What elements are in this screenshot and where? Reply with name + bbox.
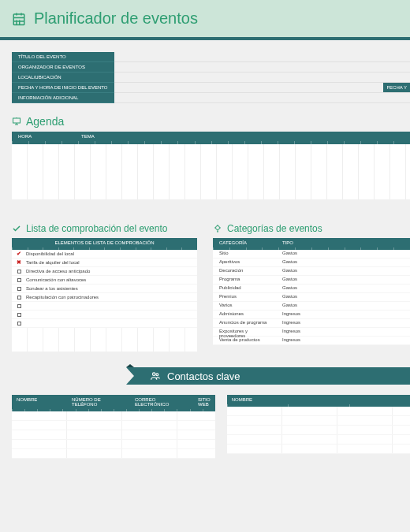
categories-col-category: CATEGORÍA bbox=[213, 238, 276, 247]
category-row[interactable]: VariosGastos bbox=[213, 302, 410, 311]
checkbox-icon[interactable]: ✔ bbox=[12, 251, 26, 257]
categories-section: Categorías de eventos CATEGORÍA TIPO Sit… bbox=[213, 211, 410, 352]
checklist-row[interactable]: Comunicación con altavoces bbox=[12, 276, 197, 285]
presentation-icon bbox=[12, 117, 21, 126]
checklist-tick-row bbox=[12, 247, 197, 250]
checklist-body: ✔Disponibilidad del local✖Tarifa de alqu… bbox=[12, 250, 197, 328]
checklist-row[interactable]: ✔Disponibilidad del local bbox=[12, 250, 197, 259]
checklist-item-text: Comunicación con altavoces bbox=[26, 277, 86, 282]
category-name: Publicidad bbox=[213, 285, 276, 292]
checklist-header: ELEMENTOS DE LISTA DE COMPROBACIÓN bbox=[12, 238, 197, 247]
category-row[interactable]: AperitivosGastos bbox=[213, 259, 410, 267]
agenda-table: HORA TEMA bbox=[12, 132, 410, 199]
contacts-tick-row bbox=[12, 409, 215, 411]
svg-rect-7 bbox=[13, 118, 20, 123]
category-row[interactable]: Anuncios de programaIngresos bbox=[213, 319, 410, 328]
info-label-location: LOCAL/UBICACIÓN bbox=[12, 73, 114, 83]
agenda-col-tema: TEMA bbox=[75, 132, 410, 141]
info-label-additional: INFORMACIÓN ADICIONAL bbox=[12, 93, 114, 103]
contacts-col-phone: NÚMERO DE TELÉFONO bbox=[67, 395, 130, 409]
category-row[interactable]: PremiosGastos bbox=[213, 293, 410, 302]
checklist-empty-area[interactable] bbox=[12, 328, 197, 352]
category-name: Varios bbox=[213, 302, 276, 310]
category-name: Venta de productos bbox=[213, 337, 276, 344]
category-row[interactable]: PublicidadGastos bbox=[213, 285, 410, 293]
agenda-tick-row bbox=[12, 141, 410, 144]
checklist-row[interactable]: Recapitulación con patrocinadores bbox=[12, 293, 197, 302]
category-row[interactable]: Expositores y proveedoresIngresos bbox=[213, 328, 410, 337]
category-type: Gastos bbox=[276, 250, 410, 258]
category-type: Gastos bbox=[276, 267, 410, 275]
contacts-body[interactable] bbox=[12, 411, 215, 459]
lightbulb-icon bbox=[213, 224, 222, 233]
info-label-organizer: ORGANIZADOR DE EVENTOS bbox=[12, 62, 114, 73]
agenda-body[interactable] bbox=[12, 144, 410, 199]
svg-point-18 bbox=[156, 374, 158, 376]
checklist-item-text: Sondear a los asistentes bbox=[26, 286, 78, 291]
category-row[interactable]: ProgramaGastos bbox=[213, 276, 410, 285]
category-type: Gastos bbox=[276, 302, 410, 310]
checklist-item-text: Tarifa de alquiler del local bbox=[26, 260, 80, 265]
category-type: Ingresos bbox=[276, 328, 410, 336]
checklist-row[interactable] bbox=[12, 311, 197, 319]
category-type: Gastos bbox=[276, 285, 410, 292]
info-label-datetime: FECHA Y HORA DE INICIO DEL EVENTO bbox=[12, 83, 114, 93]
contacts2-col-name: NOMBRE bbox=[227, 395, 410, 404]
people-icon bbox=[150, 370, 161, 381]
checklist-title: Lista de comprobación del evento bbox=[26, 223, 167, 234]
checkbox-icon[interactable] bbox=[12, 322, 26, 326]
info-value-datetime[interactable]: FECHA Y bbox=[114, 83, 410, 93]
checklist-row[interactable]: ✖Tarifa de alquiler del local bbox=[12, 259, 197, 267]
category-name: Anuncios de programa bbox=[213, 319, 276, 327]
svg-point-17 bbox=[153, 373, 156, 376]
category-name: Expositores y proveedores bbox=[213, 328, 276, 336]
checklist-item-text: Recapitulación con patrocinadores bbox=[26, 295, 99, 299]
category-row[interactable]: AdmisionesIngresos bbox=[213, 311, 410, 319]
checklist-item-text: Directiva de acceso anticipado bbox=[26, 269, 90, 273]
checkbox-icon[interactable]: ✖ bbox=[12, 259, 26, 266]
checkbox-icon[interactable] bbox=[12, 287, 26, 291]
contacts2-body[interactable] bbox=[227, 407, 410, 454]
checklist-row[interactable] bbox=[12, 302, 197, 311]
header-divider bbox=[0, 37, 410, 40]
checklist-row[interactable]: Directiva de acceso anticipado bbox=[12, 267, 197, 276]
contacts-header-row: NOMBRE NÚMERO DE TELÉFONO CORREO ELECTRÓ… bbox=[12, 395, 215, 409]
checkbox-icon[interactable] bbox=[12, 278, 26, 282]
checklist-item-text: Disponibilidad del local bbox=[26, 251, 74, 256]
info-extra-date-label: FECHA Y bbox=[383, 83, 410, 92]
checkbox-icon[interactable] bbox=[12, 270, 26, 273]
agenda-col-hora: HORA bbox=[12, 132, 75, 141]
category-type: Ingresos bbox=[276, 319, 410, 327]
info-value-organizer[interactable] bbox=[114, 62, 410, 73]
categories-header-row: CATEGORÍA TIPO bbox=[213, 238, 410, 247]
contacts-table-secondary: NOMBRE bbox=[227, 395, 410, 459]
checklist-section-header: Lista de comprobación del evento bbox=[12, 223, 197, 234]
categories-section-header: Categorías de eventos bbox=[213, 223, 410, 234]
category-row[interactable]: DecoraciónGastos bbox=[213, 267, 410, 276]
checkbox-icon[interactable] bbox=[12, 304, 26, 308]
info-value-title[interactable] bbox=[114, 52, 410, 62]
info-value-additional[interactable] bbox=[114, 93, 410, 103]
categories-col-type: TIPO bbox=[276, 238, 410, 247]
checkbox-icon[interactable] bbox=[12, 313, 26, 317]
contacts-col-website: SITIO WEB bbox=[193, 395, 215, 409]
agenda-header-row: HORA TEMA bbox=[12, 132, 410, 141]
checklist-row[interactable] bbox=[12, 319, 197, 328]
category-row[interactable]: Venta de productosIngresos bbox=[213, 337, 410, 345]
contacts2-tick-row bbox=[227, 404, 410, 407]
check-icon bbox=[12, 224, 21, 233]
category-row[interactable]: SitioGastos bbox=[213, 250, 410, 259]
info-value-location[interactable] bbox=[114, 73, 410, 83]
page-title: Planificador de eventos bbox=[34, 9, 198, 28]
contacts-ribbon: Contactos clave bbox=[134, 367, 410, 385]
contacts2-header-row: NOMBRE bbox=[227, 395, 410, 404]
category-type: Gastos bbox=[276, 259, 410, 266]
checkbox-icon[interactable] bbox=[12, 296, 26, 299]
category-type: Gastos bbox=[276, 293, 410, 301]
page-header: Planificador de eventos bbox=[0, 0, 410, 37]
checklist-row[interactable]: Sondear a los asistentes bbox=[12, 285, 197, 293]
category-name: Premios bbox=[213, 293, 276, 301]
contacts-table-main: NOMBRE NÚMERO DE TELÉFONO CORREO ELECTRÓ… bbox=[12, 395, 215, 459]
event-info-section: TÍTULO DEL EVENTO ORGANIZADOR DE EVENTOS… bbox=[12, 52, 410, 103]
contacts-col-email: CORREO ELECTRÓNICO bbox=[130, 395, 193, 409]
